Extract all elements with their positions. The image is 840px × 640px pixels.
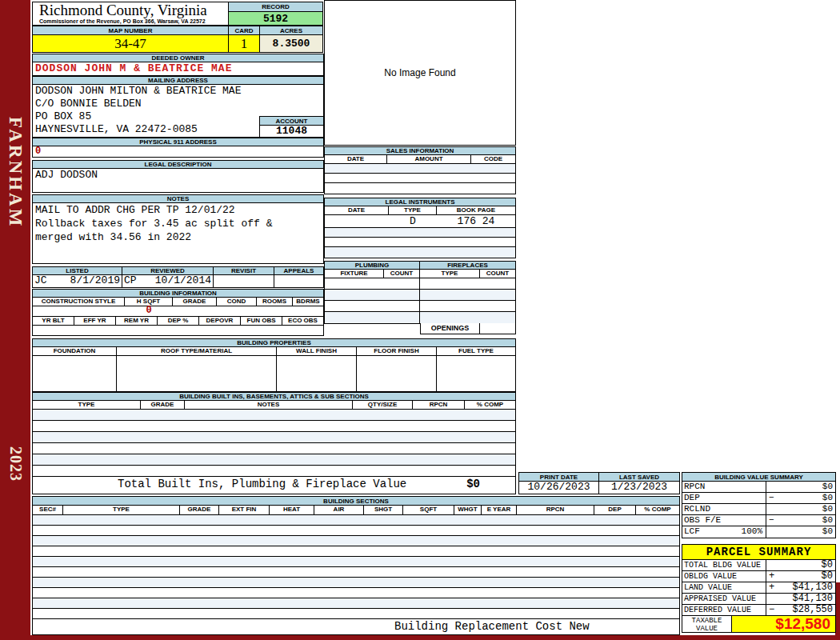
fireplace-cell: [420, 290, 515, 300]
building-sections-footer-row: Building Replacement Cost New: [33, 619, 679, 634]
col-roof-type: ROOF TYPE/MATERIAL: [117, 347, 277, 355]
parcel-label: APPRAISED VALUE: [684, 594, 756, 604]
plumbing-title: PLUMBING: [324, 261, 420, 270]
col-instrument-date: DATE: [325, 206, 389, 214]
plumbing-cell: [325, 278, 420, 289]
parcel-row-appraised: APPRAISED VALUE $41,130: [682, 594, 835, 605]
col-rem-yr: REM YR: [116, 317, 158, 325]
col-builtin-notes: NOTES: [185, 401, 353, 409]
reviewed-initials: CP: [124, 275, 137, 287]
grade-cond-rooms-bdrms-values: [173, 306, 323, 316]
taxable-value-amount: $12,580: [732, 616, 835, 632]
col-air: AIR: [314, 506, 364, 514]
built-ins-total-label: Total Built Ins, Plumbing & Fireplace Va…: [118, 477, 406, 494]
parcel-value: $41,130: [793, 582, 833, 593]
physical-address-value: 0: [32, 146, 324, 158]
col-floor-finish: FLOOR FINISH: [357, 347, 437, 355]
empty-row: [33, 515, 679, 526]
building-properties-header-row: FOUNDATION ROOF TYPE/MATERIAL WALL FINIS…: [33, 347, 515, 356]
deeded-owner-label: DEEDED OWNER: [32, 54, 324, 62]
fireplace-cell: [420, 278, 515, 289]
replacement-cost-label: Building Replacement Cost New: [394, 620, 590, 633]
empty-row: [33, 421, 515, 432]
col-rpcn: RPCN: [517, 506, 594, 514]
building-sections-header-row: SEC# TYPE GRADE EXT FIN HEAT AIR SHGT SQ…: [33, 506, 679, 515]
plumbing-fireplaces-header-row: FIXTURE COUNT TYPE COUNT: [325, 270, 515, 278]
bvs-row-dep: DEP −$0: [682, 493, 835, 504]
col-depovr: DEPOVR: [199, 317, 241, 325]
bvs-label: OBS F/E: [684, 515, 721, 526]
col-fireplace-count: COUNT: [480, 270, 515, 278]
floor-finish-value: [357, 356, 437, 391]
empty-row: [33, 557, 679, 567]
empty-row: [33, 443, 515, 454]
county-subtitle: Commissioner of the Revenue, PO Box 366,…: [39, 18, 228, 25]
legal-instruments-title: LEGAL INSTRUMENTS: [324, 198, 516, 206]
county-title-box: Richmond County, Virginia Commissioner o…: [32, 2, 229, 26]
empty-row: [33, 410, 515, 421]
building-sections-table: BUILDING SECTIONS SEC# TYPE GRADE EXT FI…: [32, 496, 680, 635]
parcel-value: $0: [822, 560, 833, 570]
building-sections-title: BUILDING SECTIONS: [32, 496, 680, 506]
plumbing-fireplaces-section: PLUMBING FIREPLACES FIXTURE COUNT TYPE C…: [324, 261, 516, 324]
built-ins-total-value: $0: [466, 477, 480, 494]
deeded-owner-value: DODSON JOHN M & BEATRICE MAE: [32, 62, 324, 76]
col-eyear: E YEAR: [482, 506, 517, 514]
notes-line: Rollback taxes for 3.45 ac split off &: [35, 217, 323, 230]
notes-label: NOTES: [32, 194, 324, 203]
col-construction-style: CONSTRUCTION STYLE: [33, 298, 125, 306]
empty-row: [33, 454, 515, 466]
plumbing-cell: [325, 301, 420, 311]
instrument-date: [325, 215, 389, 227]
county-title: Richmond County, Virginia: [39, 2, 228, 18]
district-label: FARNHAM: [5, 117, 26, 228]
building-properties-values: [33, 356, 515, 391]
bvs-value: $0: [822, 482, 833, 492]
parcel-label: LAND VALUE: [684, 582, 732, 593]
sales-information-section: SALES INFORMATION DATE AMOUNT CODE: [324, 146, 516, 194]
col-eff-yr: EFF YR: [74, 317, 116, 325]
col-sale-date: DATE: [325, 155, 387, 163]
parcel-row-total-bldg: TOTAL BLDG VALUE $0: [682, 560, 835, 571]
col-dep-pct: DEP %: [158, 317, 199, 325]
plumbing-cell: [325, 312, 420, 323]
col-foundation: FOUNDATION: [33, 347, 117, 355]
bvs-row-lcf: LCF100% $0: [682, 526, 835, 538]
roof-type-value: [117, 356, 277, 391]
building-value-summary-title: BUILDING VALUE SUMMARY: [682, 472, 836, 482]
notes-line: merged with 34.56 in 2022: [35, 230, 323, 244]
fireplace-cell: [420, 312, 515, 323]
col-instrument-type: TYPE: [389, 206, 437, 214]
listed-label: LISTED: [33, 267, 122, 274]
col-ext-fin: EXT FIN: [219, 506, 270, 514]
building-properties-section: BUILDING PROPERTIES FOUNDATION ROOF TYPE…: [32, 338, 516, 392]
empty-row: [325, 183, 515, 194]
empty-row: [325, 164, 515, 174]
built-ins-title: BUILDING BUILT INS, BASEMENTS, ATTICS & …: [32, 392, 516, 401]
bvs-label: LCF: [684, 526, 700, 538]
foundation-value: [33, 356, 117, 391]
bvs-value: $0: [822, 515, 833, 526]
legal-instruments-section: LEGAL INSTRUMENTS DATE TYPE BOOK PAGE D …: [324, 198, 516, 258]
mailing-address-label: MAILING ADDRESS: [32, 76, 324, 85]
col-shgt: SHGT: [364, 506, 403, 514]
notes-line: MAIL TO ADDR CHG PER TP 12/01/22: [35, 203, 323, 217]
empty-row: [33, 536, 679, 546]
built-ins-header-row: TYPE GRADE NOTES QTY/SIZE RPCN % COMP: [33, 401, 515, 410]
taxable-value-label: TAXABLE VALUE: [682, 616, 732, 632]
parcel-value: $0: [822, 571, 833, 582]
col-sqft: SQFT: [403, 506, 454, 514]
empty-row: [33, 609, 679, 619]
fireplace-cell: [420, 301, 515, 311]
empty-row: [325, 290, 515, 301]
col-grade: GRADE: [173, 298, 217, 306]
openings-label: OPENINGS: [420, 323, 480, 334]
parcel-label: OBLDG VALUE: [684, 571, 737, 582]
sales-information-title: SALES INFORMATION: [324, 146, 516, 155]
appeals-value: [274, 275, 323, 287]
col-fixture-count: COUNT: [384, 270, 420, 278]
empty-row: [325, 228, 515, 238]
parcel-value: $28,550: [793, 605, 833, 615]
appeals-label: APPEALS: [274, 267, 323, 274]
empty-row: [325, 312, 515, 323]
